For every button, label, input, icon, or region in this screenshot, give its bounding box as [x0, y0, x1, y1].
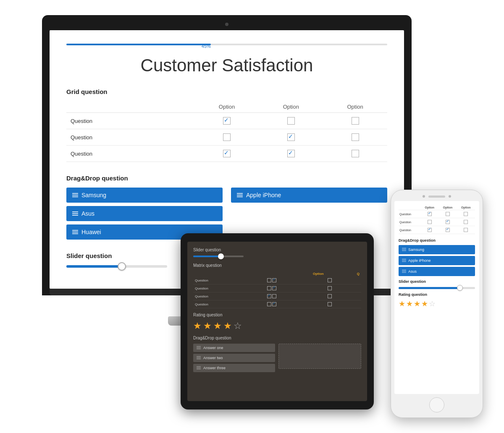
tablet-slider-thumb[interactable] — [218, 253, 224, 259]
phone-camera-icon — [423, 195, 425, 198]
checkbox[interactable] — [464, 212, 468, 216]
table-row: Question — [399, 210, 475, 218]
checkbox[interactable] — [328, 278, 332, 282]
survey-title: Customer Satisfaction — [66, 55, 387, 76]
drag-handle-icon — [197, 356, 201, 360]
list-item[interactable]: Asus — [399, 267, 475, 276]
checkbox[interactable] — [267, 294, 271, 298]
checkbox[interactable] — [272, 278, 276, 282]
tablet-dragdrop-right[interactable] — [278, 344, 361, 369]
dragdrop-columns: Samsung Asus — [66, 188, 387, 240]
checkbox[interactable] — [223, 117, 231, 125]
tablet-star-rating: ★ ★ ★ ★ ☆ — [193, 321, 361, 331]
checkbox[interactable] — [428, 220, 432, 224]
progress-bar-fill — [66, 44, 211, 45]
progress-bar-container: 45% — [66, 44, 387, 51]
list-item[interactable]: Answer two — [193, 354, 275, 362]
checkbox[interactable] — [352, 133, 359, 141]
checkbox[interactable] — [352, 117, 359, 125]
checkbox[interactable] — [352, 150, 359, 157]
slider-thumb[interactable] — [118, 262, 126, 271]
checkbox[interactable] — [272, 294, 276, 298]
grid-table: Option Option Option Question — [66, 101, 387, 162]
tablet-slider-fill — [193, 256, 221, 257]
checkbox[interactable] — [267, 302, 271, 306]
phone-bottom-bar — [394, 397, 479, 412]
drag-handle-icon — [197, 366, 201, 370]
drag-handle-icon — [72, 230, 78, 234]
star-filled-3[interactable]: ★ — [414, 299, 420, 308]
checkbox[interactable] — [272, 286, 276, 290]
checkbox[interactable] — [464, 228, 468, 232]
drag-item-label: Samsung — [408, 248, 424, 252]
list-item[interactable]: Apple iPhone — [399, 256, 475, 265]
checkbox[interactable] — [223, 150, 231, 157]
table-row: Question — [66, 146, 387, 162]
star-empty-5[interactable]: ☆ — [234, 321, 242, 331]
list-item[interactable]: Samsung — [399, 245, 475, 254]
drag-handle-icon — [237, 193, 243, 197]
star-empty-5[interactable]: ☆ — [429, 299, 436, 308]
phone-slider-track[interactable] — [399, 287, 475, 289]
checkbox[interactable] — [446, 212, 450, 216]
grid-row-label: Question — [66, 146, 195, 162]
tablet-device: Slider question Matrix question Option Q — [181, 233, 374, 410]
checkbox[interactable] — [428, 212, 432, 216]
drag-handle-icon — [72, 211, 78, 216]
tablet-matrix-title: Matrix question — [193, 263, 361, 268]
checkbox[interactable] — [287, 150, 295, 157]
slider-track[interactable] — [66, 265, 167, 268]
checkbox[interactable] — [223, 133, 231, 141]
checkbox[interactable] — [446, 228, 450, 232]
grid-row-label: Question — [66, 129, 195, 146]
checkbox[interactable] — [328, 286, 332, 290]
drag-handle-icon — [402, 259, 406, 263]
checkbox[interactable] — [287, 117, 295, 125]
checkbox[interactable] — [328, 302, 332, 306]
table-row: Question — [193, 284, 361, 292]
checkbox[interactable] — [267, 278, 271, 282]
list-item[interactable]: Answer one — [193, 344, 275, 352]
checkbox[interactable] — [464, 220, 468, 224]
phone-speaker — [428, 196, 445, 198]
star-filled-4[interactable]: ★ — [223, 321, 232, 331]
phone-home-button[interactable] — [429, 397, 444, 412]
list-item[interactable]: Samsung — [66, 188, 223, 203]
table-row: Question — [193, 276, 361, 284]
star-filled-1[interactable]: ★ — [399, 299, 405, 308]
tablet-dragdrop-left: Answer one Answer two — [193, 344, 275, 374]
drag-handle-icon — [402, 270, 406, 274]
star-filled-1[interactable]: ★ — [193, 321, 202, 331]
table-row: Question — [193, 292, 361, 300]
tablet-dragdrop-columns: Answer one Answer two — [193, 344, 361, 374]
star-filled-3[interactable]: ★ — [213, 321, 222, 331]
list-item[interactable]: Answer three — [193, 364, 275, 372]
phone-top-bar — [394, 195, 479, 198]
drag-handle-icon — [197, 346, 201, 350]
phone-sensor — [449, 195, 451, 198]
drag-item-label: Answer one — [203, 346, 223, 350]
checkbox[interactable] — [267, 286, 271, 290]
star-filled-2[interactable]: ★ — [203, 321, 212, 331]
progress-label: 45% — [202, 44, 211, 49]
list-item[interactable]: Asus — [66, 206, 223, 221]
drag-item-label: Asus — [408, 269, 417, 274]
phone-matrix-table: Option Option Option Question — [399, 205, 475, 234]
drag-item-label: Answer three — [203, 366, 226, 370]
drag-item-label: Apple iPhone — [246, 192, 281, 198]
tablet-slider-track[interactable] — [193, 256, 244, 257]
checkbox[interactable] — [446, 220, 450, 224]
dragdrop-left-column: Samsung Asus — [66, 188, 223, 240]
list-item[interactable]: Apple iPhone — [231, 188, 387, 203]
checkbox[interactable] — [287, 133, 295, 141]
table-row: Question — [193, 300, 361, 308]
checkbox[interactable] — [272, 302, 276, 306]
checkbox[interactable] — [328, 294, 332, 298]
drag-item-label: Apple iPhone — [408, 258, 431, 263]
dragdrop-section-title: Drag&Drop question — [66, 175, 387, 182]
star-filled-2[interactable]: ★ — [406, 299, 413, 308]
checkbox[interactable] — [428, 228, 432, 232]
phone-slider-thumb[interactable] — [457, 285, 463, 291]
star-filled-4[interactable]: ★ — [421, 299, 428, 308]
tablet-dragdrop-section: Drag&Drop question Answer one — [193, 336, 361, 374]
